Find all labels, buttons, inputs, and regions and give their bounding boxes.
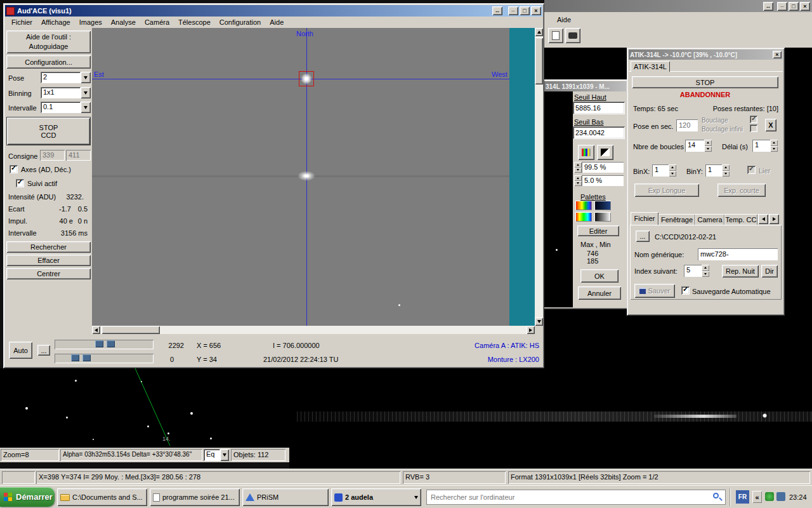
tool-help-button[interactable]: Aide de l'outil : Autoguidage bbox=[6, 30, 91, 53]
menu-affichage[interactable]: Affichage bbox=[37, 17, 75, 27]
task-programme[interactable]: programme soirée 21... bbox=[150, 488, 240, 506]
binning-combobox[interactable]: 1x1 bbox=[41, 87, 91, 98]
spin-up-button[interactable] bbox=[669, 164, 676, 171]
dir-button[interactable]: Dir bbox=[761, 265, 778, 277]
spin-up-button[interactable] bbox=[702, 265, 709, 271]
bouclage-checkbox[interactable] bbox=[750, 116, 757, 123]
tab-temp-ccd[interactable]: Temp. CC bbox=[724, 214, 757, 225]
auto-button[interactable]: Auto bbox=[9, 342, 32, 359]
seuil-bas-field[interactable]: 234.0042 bbox=[573, 126, 625, 139]
pose-combobox[interactable]: 2 bbox=[41, 72, 91, 83]
consigne-x-field[interactable]: 339 bbox=[40, 150, 65, 161]
annuler-button[interactable]: Annuler bbox=[578, 286, 621, 300]
spin-down-button[interactable] bbox=[574, 168, 582, 173]
configuration-button[interactable]: Configuration... bbox=[6, 55, 91, 69]
spin-down-button[interactable] bbox=[574, 181, 582, 187]
slider-handle[interactable] bbox=[71, 354, 79, 361]
spin-down-button[interactable] bbox=[770, 146, 778, 152]
delai-spinner[interactable]: 1 bbox=[752, 140, 778, 152]
task-documents[interactable]: C:\Documents and S... bbox=[57, 488, 147, 506]
axes-checkbox[interactable] bbox=[10, 165, 18, 173]
atik-main-tab[interactable]: ATIK-314L bbox=[631, 61, 670, 72]
pose-sec-field[interactable]: 120 bbox=[676, 119, 698, 131]
rechercher-button[interactable]: Rechercher bbox=[6, 241, 91, 253]
biny-spinner[interactable]: 1 bbox=[705, 164, 730, 177]
starmap-canvas[interactable]: 14. bbox=[0, 368, 289, 448]
spin-up-button[interactable] bbox=[574, 175, 582, 181]
menu-configuration[interactable]: Configuration bbox=[215, 17, 265, 27]
exp-courte-button[interactable]: Exp. courte bbox=[717, 184, 766, 197]
more-button[interactable]: ... bbox=[37, 345, 50, 356]
vertical-scroll-thumb[interactable] bbox=[535, 37, 543, 84]
bouclage-infini-checkbox[interactable] bbox=[750, 124, 757, 132]
atik-close-button[interactable]: × bbox=[773, 51, 782, 58]
browse-button[interactable]: ... bbox=[636, 231, 650, 242]
exp-longue-button[interactable]: Exp Longue bbox=[634, 184, 699, 197]
intervalle-dropdown-button[interactable] bbox=[81, 102, 91, 113]
audace-maximize-button[interactable]: □ bbox=[520, 6, 530, 15]
percent-low-spinner[interactable]: 5.0 % bbox=[574, 175, 624, 186]
audace-resize-button[interactable]: ↔ bbox=[492, 6, 502, 15]
sauver-button[interactable]: Sauver bbox=[634, 284, 675, 298]
menu-images[interactable]: Images bbox=[75, 17, 107, 27]
scroll-down-button[interactable] bbox=[535, 318, 543, 326]
palette-rainbow-button[interactable] bbox=[575, 201, 592, 210]
eq-dropdown-button[interactable] bbox=[220, 449, 229, 461]
palette-gray-button[interactable] bbox=[594, 212, 611, 222]
bg-close-button[interactable]: × bbox=[800, 2, 810, 11]
tab-scroll-left-button[interactable] bbox=[758, 214, 768, 224]
spectrum-window[interactable] bbox=[289, 368, 812, 469]
bg-resize-button[interactable]: ↔ bbox=[763, 2, 773, 11]
lier-checkbox[interactable] bbox=[747, 166, 756, 174]
language-indicator[interactable]: FR bbox=[736, 490, 749, 504]
vertical-scrollbar[interactable] bbox=[535, 28, 543, 326]
threshold-slider-low[interactable] bbox=[55, 354, 154, 363]
scroll-up-button[interactable] bbox=[535, 28, 543, 36]
bg-menu-aide[interactable]: Aide bbox=[557, 16, 571, 23]
slider-handle[interactable] bbox=[107, 340, 115, 347]
eq-combobox[interactable]: Eq bbox=[204, 449, 229, 461]
scroll-left-button[interactable] bbox=[92, 326, 100, 334]
spin-up-button[interactable] bbox=[704, 140, 712, 146]
menu-camera[interactable]: Caméra bbox=[140, 17, 174, 27]
tab-camera[interactable]: Camera bbox=[695, 214, 724, 225]
horizontal-scroll-thumb[interactable] bbox=[102, 326, 160, 334]
spin-down-button[interactable] bbox=[669, 171, 676, 177]
percent-high-spinner[interactable]: 99.5 % bbox=[574, 162, 624, 173]
pose-cancel-button[interactable]: X bbox=[765, 119, 776, 131]
start-button[interactable]: Démarrer bbox=[0, 487, 55, 507]
nom-generique-field[interactable]: mwc728- bbox=[698, 248, 778, 260]
palette-dark-button[interactable] bbox=[594, 201, 611, 210]
boucles-spinner[interactable]: 14 bbox=[685, 140, 712, 152]
sauvegarde-auto-checkbox[interactable] bbox=[681, 286, 690, 295]
tab-fenetrage[interactable]: Fenêtrage bbox=[658, 214, 695, 225]
horizontal-scrollbar[interactable] bbox=[92, 326, 535, 334]
effacer-button[interactable]: Effacer bbox=[6, 255, 91, 266]
intervalle-combobox[interactable]: 0.1 bbox=[41, 102, 91, 113]
histogram-button[interactable] bbox=[578, 145, 594, 160]
abandonner-button[interactable]: ABANDONNER bbox=[632, 90, 778, 100]
seuil-titlebar[interactable]: 314L 1391x1039 - M... bbox=[544, 81, 626, 91]
bg-toolbar-button-1[interactable] bbox=[548, 28, 563, 43]
spin-up-button[interactable] bbox=[574, 162, 582, 168]
consigne-y-field[interactable]: 411 bbox=[66, 150, 91, 161]
binning-dropdown-button[interactable] bbox=[81, 87, 91, 98]
seuil-haut-field[interactable]: 5885.16 bbox=[573, 102, 625, 114]
background-titlebar[interactable]: ↔ _ □ × bbox=[544, 0, 812, 12]
pose-dropdown-button[interactable] bbox=[81, 72, 91, 83]
centrer-button[interactable]: Centrer bbox=[6, 268, 91, 279]
tray-chevron-button[interactable]: « bbox=[752, 491, 762, 503]
bg-minimize-button[interactable]: _ bbox=[777, 2, 787, 11]
slider-handle[interactable] bbox=[82, 354, 91, 361]
ok-button[interactable]: OK bbox=[580, 269, 619, 283]
suivi-checkbox[interactable] bbox=[16, 179, 24, 187]
invert-button[interactable] bbox=[597, 145, 613, 160]
tab-scroll-right-button[interactable] bbox=[769, 214, 779, 224]
editer-button[interactable]: Editer bbox=[577, 225, 619, 236]
slider-handle[interactable] bbox=[95, 340, 103, 347]
stop-ccd-button[interactable]: STOP CCD bbox=[6, 117, 91, 145]
spin-down-button[interactable] bbox=[702, 271, 709, 277]
scroll-right-button[interactable] bbox=[527, 326, 535, 334]
rep-nuit-button[interactable]: Rep. Nuit bbox=[722, 265, 759, 277]
tab-fichier[interactable]: Fichier bbox=[631, 212, 658, 225]
